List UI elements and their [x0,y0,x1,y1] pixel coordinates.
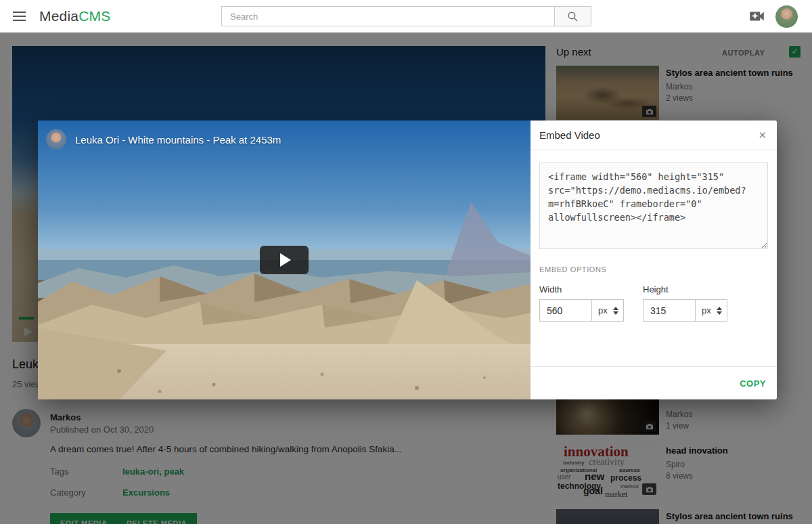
modal-body: <iframe width="560" height="315" src="ht… [531,150,777,366]
search-icon [566,10,579,23]
logo-text-media: Media [39,8,78,24]
stepper-arrows-icon[interactable] [613,307,618,315]
embed-code-textarea[interactable]: <iframe width="560" height="315" src="ht… [539,162,768,249]
search-bar [221,6,591,26]
width-group: Width px [539,284,624,322]
width-label: Width [539,284,624,294]
embed-video-modal: Embed Video ✕ <iframe width="560" height… [531,121,777,399]
height-label: Height [643,284,727,294]
height-input[interactable] [643,299,696,322]
dimension-controls: Width px Height px [539,284,768,322]
close-icon[interactable]: ✕ [758,130,767,140]
copy-button[interactable]: COPY [740,378,766,389]
embed-popup: Leuka Ori - White mountains - Peak at 24… [38,121,777,399]
width-unit-select[interactable]: px [591,299,624,322]
unit-value: px [598,305,608,315]
mediacms-logo[interactable]: MediaCMS [39,8,110,24]
play-icon [280,253,291,267]
user-avatar[interactable] [775,5,798,28]
modal-footer: COPY [531,366,777,399]
modal-title: Embed Video [539,129,600,141]
video-add-icon [748,9,766,24]
embed-options-label: EMBED OPTIONS [539,265,768,274]
embed-video-preview[interactable]: Leuka Ori - White mountains - Peak at 24… [38,121,531,399]
preview-title-bar: Leuka Ori - White mountains - Peak at 24… [46,129,281,150]
hamburger-menu-icon[interactable] [13,12,26,21]
height-group: Height px [643,284,727,322]
width-input[interactable] [539,299,592,322]
logo-text-cms: CMS [78,8,110,24]
upload-media-button[interactable] [748,9,766,24]
stepper-arrows-icon[interactable] [717,307,722,315]
top-bar: MediaCMS [0,0,812,32]
search-input[interactable] [221,6,555,26]
channel-avatar[interactable] [46,129,66,150]
search-button[interactable] [555,6,591,26]
play-button[interactable] [260,246,309,274]
height-unit-select[interactable]: px [695,299,727,322]
preview-video-title[interactable]: Leuka Ori - White mountains - Peak at 24… [75,134,281,146]
unit-value: px [702,305,711,315]
modal-header: Embed Video ✕ [531,121,777,150]
